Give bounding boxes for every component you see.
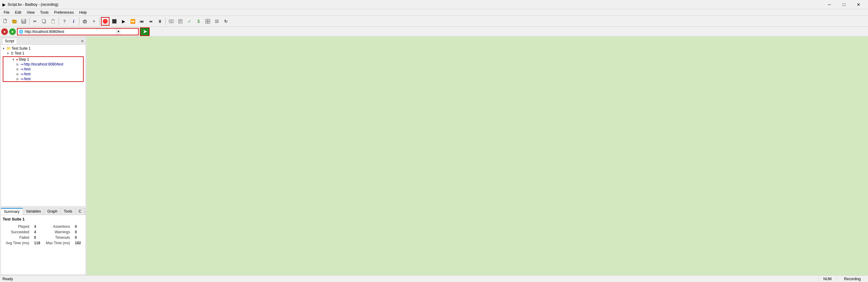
title-bar: ▶ Script.bx - Badboy - (recording) ─ □ ✕ xyxy=(0,0,868,9)
stop-button[interactable] xyxy=(110,17,119,26)
req3-arrow-icon: ⇒ xyxy=(20,72,23,76)
toolbar: ✂ ? i + ▶ ⏩ ⏮ ⏭ ⏸ ✓ $ ↻ xyxy=(0,16,868,27)
status-text: Ready xyxy=(2,277,816,281)
help-button[interactable]: ? xyxy=(60,17,69,26)
succeeded-value: 4 xyxy=(32,229,43,235)
menu-tools[interactable]: Tools xyxy=(38,10,51,15)
suite-label: Test Suite 1 xyxy=(11,46,31,51)
stats-row-played: Played 4 Assertions 0 xyxy=(3,224,84,229)
url-dropdown[interactable]: ▼ xyxy=(116,29,121,35)
svg-rect-21 xyxy=(208,19,210,21)
capture-button[interactable] xyxy=(81,17,89,26)
step-selection: ▼ ● Step 1 ⊞ ⇒ http://localhost:8080/tes… xyxy=(3,56,84,82)
stats-row-avgtime: Avg Time (ms) 118 Max Time (ms) 182 xyxy=(3,240,84,246)
tab-tools[interactable]: Tools xyxy=(61,208,76,215)
skip-back-button[interactable]: ⏮ xyxy=(137,17,146,26)
forward-button[interactable]: ● xyxy=(9,28,16,35)
step-button[interactable]: ⏭ xyxy=(147,17,155,26)
suite-folder-icon: 📁 xyxy=(6,46,11,51)
avgtime-value: 118 xyxy=(32,240,43,246)
req4-label: /test xyxy=(24,77,31,81)
tab-graph[interactable]: Graph xyxy=(44,208,61,215)
title-bar-left: ▶ Script.bx - Badboy - (recording) xyxy=(2,2,58,7)
tree-test[interactable]: ▼ 🗒 Test 1 xyxy=(6,51,84,56)
menu-help[interactable]: Help xyxy=(77,10,89,15)
tree-request-3[interactable]: ⊞ ⇒ /test xyxy=(16,72,83,77)
url-input[interactable] xyxy=(25,29,116,35)
close-button[interactable]: ✕ xyxy=(851,0,866,9)
tree-request-4[interactable]: ⊞ ⇒ /test xyxy=(16,77,83,81)
test-table-icon: 🗒 xyxy=(11,52,14,55)
sep3 xyxy=(79,18,80,25)
open-button[interactable] xyxy=(10,17,19,26)
req4-arrow-icon: ⇒ xyxy=(20,77,23,81)
test-label: Test 1 xyxy=(14,51,24,55)
paste-button[interactable] xyxy=(49,17,58,26)
cut-button[interactable]: ✂ xyxy=(31,17,39,26)
sep2 xyxy=(59,18,59,25)
tree-suite[interactable]: ▼ 📁 Test Suite 1 xyxy=(2,46,84,51)
step-expander[interactable]: ▼ xyxy=(12,58,16,61)
tree-request-1[interactable]: ⊞ ⇒ http://localhost:8080/test xyxy=(16,62,83,67)
menu-view[interactable]: View xyxy=(24,10,37,15)
svg-rect-22 xyxy=(206,22,208,24)
bottom-panel-tabs: Summary Variables Graph Tools C ◀ ▶ xyxy=(1,208,86,215)
copy-button[interactable] xyxy=(40,17,49,26)
check-button[interactable]: ✓ xyxy=(185,17,194,26)
menu-preferences[interactable]: Preferences xyxy=(52,10,76,15)
add-button[interactable]: + xyxy=(90,17,98,26)
screenshot-button[interactable] xyxy=(167,17,176,26)
play-button[interactable]: ▶ xyxy=(119,17,128,26)
back-button[interactable]: ● xyxy=(1,28,8,35)
minimize-button[interactable]: ─ xyxy=(823,0,836,9)
svg-point-15 xyxy=(170,20,172,22)
maxtime-label: Max Time (ms) xyxy=(43,240,72,246)
go-button[interactable]: ➤ xyxy=(140,27,150,36)
req1-expander[interactable]: ⊞ xyxy=(16,63,20,66)
tab-summary[interactable]: Summary xyxy=(1,208,23,215)
dollar-button[interactable]: $ xyxy=(194,17,203,26)
script-panel-close[interactable]: ✕ xyxy=(81,39,84,44)
sep1 xyxy=(29,18,30,25)
played-label: Played xyxy=(3,224,32,229)
maximize-button[interactable]: □ xyxy=(837,0,851,9)
pause-button[interactable]: ⏸ xyxy=(156,17,164,26)
main-layout: Script ✕ ▼ 📁 Test Suite 1 ▼ 🗒 Test 1 xyxy=(0,36,868,275)
svg-rect-20 xyxy=(206,19,208,21)
tab-c[interactable]: C xyxy=(76,208,85,215)
edit-button[interactable] xyxy=(176,17,185,26)
menu-bar: File Edit View Tools Preferences Help xyxy=(0,9,868,16)
save-button[interactable] xyxy=(20,17,28,26)
test-expander[interactable]: ▼ xyxy=(6,52,10,55)
new-button[interactable] xyxy=(1,17,10,26)
tree-request-2[interactable]: ⊞ ⇒ /test xyxy=(16,67,83,72)
req2-expander[interactable]: ⊞ xyxy=(16,67,20,71)
menu-edit[interactable]: Edit xyxy=(12,10,24,15)
timeouts-value: 0 xyxy=(72,235,84,240)
req2-label: /test xyxy=(24,67,31,71)
svg-rect-9 xyxy=(52,19,54,20)
info-button[interactable]: i xyxy=(69,17,78,26)
script-tree: ▼ 📁 Test Suite 1 ▼ 🗒 Test 1 ▼ ● Step xyxy=(1,45,86,84)
script-tab[interactable]: Script xyxy=(2,38,17,44)
app-icon: ▶ xyxy=(2,2,6,7)
bottom-panel: Summary Variables Graph Tools C ◀ ▶ Test… xyxy=(1,208,86,275)
list-button[interactable] xyxy=(213,17,221,26)
suite-expander[interactable]: ▼ xyxy=(2,47,6,50)
fast-forward-button[interactable]: ⏩ xyxy=(128,17,137,26)
req4-expander[interactable]: ⊞ xyxy=(16,77,20,81)
url-input-container: 🌐 ▼ xyxy=(17,28,139,35)
tree-step[interactable]: ▼ ● Step 1 xyxy=(12,57,83,62)
timeouts-label: Timeouts xyxy=(43,235,72,240)
req3-expander[interactable]: ⊞ xyxy=(16,73,20,76)
bottom-content: Test Suite 1 Played 4 Assertions 0 Succe… xyxy=(1,215,86,274)
record-button[interactable] xyxy=(101,17,110,26)
left-panel: Script ✕ ▼ 📁 Test Suite 1 ▼ 🗒 Test 1 xyxy=(0,36,87,275)
url-bar: ● ● 🌐 ▼ ➤ xyxy=(0,27,868,36)
avgtime-label: Avg Time (ms) xyxy=(3,240,32,246)
grid-button[interactable] xyxy=(204,17,212,26)
menu-file[interactable]: File xyxy=(1,10,12,15)
tab-variables[interactable]: Variables xyxy=(23,208,44,215)
record-circle xyxy=(103,19,108,24)
refresh-button[interactable]: ↻ xyxy=(222,17,230,26)
